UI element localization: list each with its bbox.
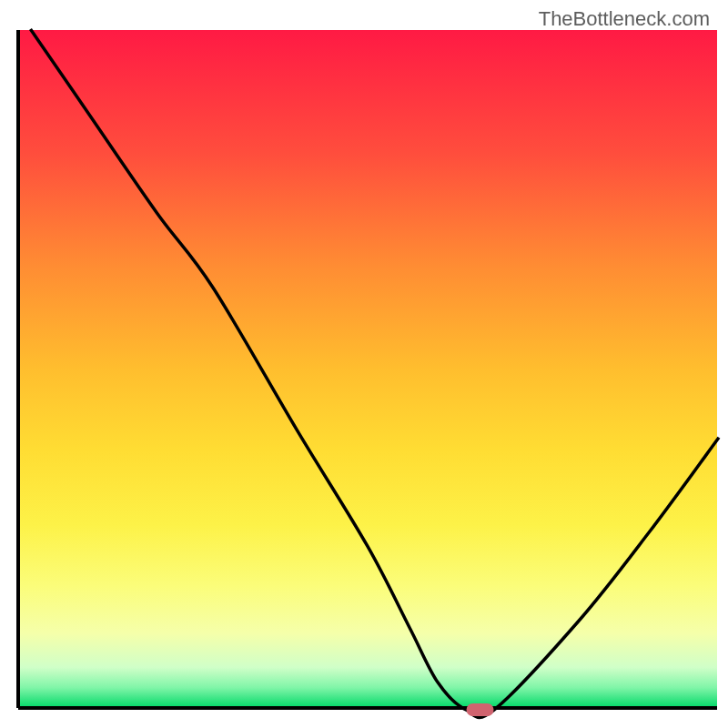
chart-svg — [0, 0, 728, 728]
watermark-text: TheBottleneck.com — [539, 7, 710, 31]
gradient-background — [18, 30, 717, 708]
optimal-marker — [467, 703, 494, 716]
bottleneck-chart — [0, 0, 728, 728]
